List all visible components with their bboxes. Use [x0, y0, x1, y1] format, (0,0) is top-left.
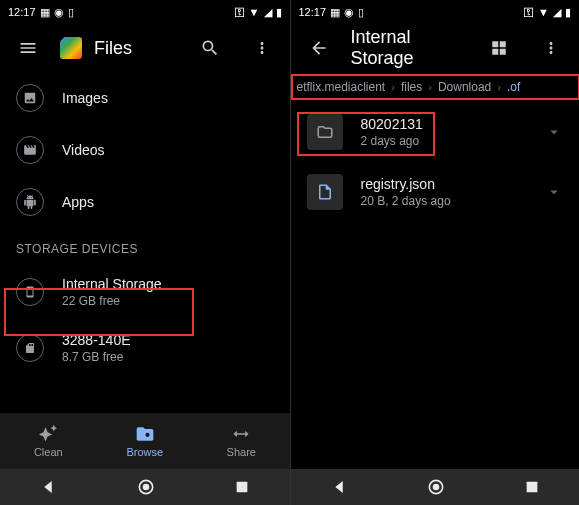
nav-clean[interactable]: Clean	[0, 413, 97, 469]
svg-rect-5	[527, 482, 538, 493]
recents-button[interactable]	[524, 479, 540, 495]
chevron-right-icon: ›	[428, 81, 432, 93]
signal-icon: ◢	[553, 6, 561, 19]
category-label: Apps	[62, 194, 274, 210]
wifi-icon: ▼	[249, 6, 260, 18]
storage-sub: 8.7 GB free	[62, 350, 274, 364]
nav-label: Share	[227, 446, 256, 458]
status-time: 12:17	[299, 6, 327, 18]
folder-icon	[307, 114, 343, 150]
dot-icon: ◉	[344, 6, 354, 19]
category-label: Videos	[62, 142, 274, 158]
video-icon	[16, 136, 44, 164]
apps-icon	[16, 188, 44, 216]
vpn-icon: ⚿	[523, 6, 534, 18]
phone-icon: ▯	[358, 6, 364, 19]
expand-icon[interactable]	[545, 123, 563, 141]
grid-view-button[interactable]	[479, 28, 519, 68]
signal-icon: ◢	[264, 6, 272, 19]
folder-item[interactable]: 80202131 2 days ago	[291, 102, 580, 162]
nav-share[interactable]: Share	[193, 413, 290, 469]
phone-left: 12:17 ▦ ◉ ▯ ⚿ ▼ ◢ ▮ Files	[0, 0, 290, 505]
app-title: Internal Storage	[351, 27, 468, 69]
svg-point-1	[142, 484, 149, 491]
main-list: Images Videos Apps STORAGE DEVICES Inter…	[0, 72, 290, 413]
app-bar: Internal Storage	[291, 24, 580, 72]
item-sub: 2 days ago	[361, 134, 528, 148]
gallery-icon: ▦	[40, 6, 50, 19]
status-bar: 12:17 ▦ ◉ ▯ ⚿ ▼ ◢ ▮	[0, 0, 290, 24]
more-button[interactable]	[242, 28, 282, 68]
search-button[interactable]	[190, 28, 230, 68]
status-time: 12:17	[8, 6, 36, 18]
gallery-icon: ▦	[330, 6, 340, 19]
app-title-container: Files	[60, 37, 178, 59]
nav-label: Browse	[126, 446, 163, 458]
home-button[interactable]	[136, 477, 156, 497]
phone-storage-icon	[16, 278, 44, 306]
svg-rect-2	[237, 482, 248, 493]
battery-icon: ▮	[276, 6, 282, 19]
home-button[interactable]	[426, 477, 446, 497]
app-title: Files	[94, 38, 132, 59]
wifi-icon: ▼	[538, 6, 549, 18]
dot-icon: ◉	[54, 6, 64, 19]
back-button[interactable]	[330, 478, 348, 496]
storage-name: 3288-140E	[62, 332, 274, 348]
storage-header: STORAGE DEVICES	[0, 228, 290, 264]
nav-browse[interactable]: Browse	[97, 413, 194, 469]
crumb[interactable]: Download	[438, 80, 491, 94]
item-sub: 20 B, 2 days ago	[361, 194, 528, 208]
system-nav	[291, 469, 580, 505]
storage-sub: 22 GB free	[62, 294, 274, 308]
file-list: 80202131 2 days ago registry.json 20 B, …	[291, 102, 580, 469]
storage-internal[interactable]: Internal Storage 22 GB free	[0, 264, 290, 320]
vpn-icon: ⚿	[234, 6, 245, 18]
menu-button[interactable]	[8, 28, 48, 68]
category-images[interactable]: Images	[0, 72, 290, 124]
category-label: Images	[62, 90, 274, 106]
breadcrumb[interactable]: etflix.mediaclient › files › Download › …	[291, 72, 580, 102]
chevron-right-icon: ›	[391, 81, 395, 93]
app-bar: Files	[0, 24, 290, 72]
phone-right: 12:17 ▦ ◉ ▯ ⚿ ▼ ◢ ▮ Internal Storage etf…	[290, 0, 580, 505]
nav-label: Clean	[34, 446, 63, 458]
image-icon	[16, 84, 44, 112]
crumb[interactable]: files	[401, 80, 422, 94]
storage-name: Internal Storage	[62, 276, 274, 292]
sd-card-icon	[16, 334, 44, 362]
category-videos[interactable]: Videos	[0, 124, 290, 176]
item-name: registry.json	[361, 176, 528, 192]
file-item[interactable]: registry.json 20 B, 2 days ago	[291, 162, 580, 222]
file-icon	[307, 174, 343, 210]
more-button[interactable]	[531, 28, 571, 68]
battery-icon: ▮	[565, 6, 571, 19]
crumb-current: .of	[507, 80, 520, 94]
crumb[interactable]: etflix.mediaclient	[297, 80, 386, 94]
recents-button[interactable]	[234, 479, 250, 495]
phone-icon: ▯	[68, 6, 74, 19]
storage-sd[interactable]: 3288-140E 8.7 GB free	[0, 320, 290, 376]
system-nav	[0, 469, 290, 505]
app-title-container: Internal Storage	[351, 27, 468, 69]
status-bar: 12:17 ▦ ◉ ▯ ⚿ ▼ ◢ ▮	[291, 0, 580, 24]
bottom-nav: Clean Browse Share	[0, 413, 290, 469]
expand-icon[interactable]	[545, 183, 563, 201]
files-logo-icon	[60, 37, 82, 59]
category-apps[interactable]: Apps	[0, 176, 290, 228]
item-name: 80202131	[361, 116, 528, 132]
back-button[interactable]	[39, 478, 57, 496]
back-button[interactable]	[299, 28, 339, 68]
svg-point-4	[432, 484, 439, 491]
chevron-right-icon: ›	[497, 81, 501, 93]
